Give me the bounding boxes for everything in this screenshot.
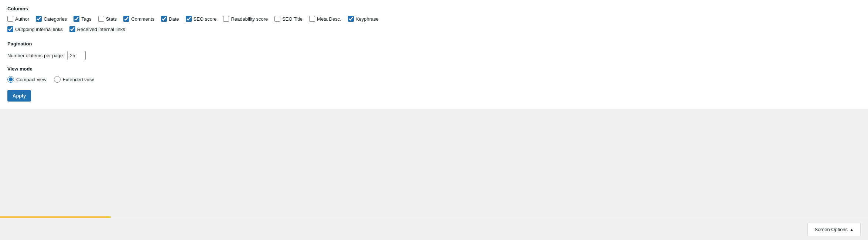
checkbox-stats[interactable]: Stats [98,16,117,22]
checkbox-keyphrase-label: Keyphrase [356,16,379,22]
checkbox-comments-label: Comments [131,16,154,22]
checkbox-outgoing-internal-links[interactable]: Outgoing internal links [7,26,63,32]
checkbox-readability-score[interactable]: Readability score [223,16,268,22]
columns-row-2: Outgoing internal links Received interna… [7,26,861,35]
screen-options-tab[interactable]: Screen Options ▲ [807,223,861,236]
checkbox-keyphrase[interactable]: Keyphrase [348,16,379,22]
pagination-label: Pagination [7,41,861,47]
checkbox-date-label: Date [169,16,179,22]
columns-row-1: Author Categories Tags Stats Comments Da… [7,16,861,25]
checkbox-categories[interactable]: Categories [36,16,67,22]
screen-options-arrow: ▲ [850,227,854,232]
screen-options-panel: Columns Author Categories Tags Stats Co [0,0,868,109]
checkbox-seo-title-label: SEO Title [282,16,303,22]
checkbox-received-internal-links[interactable]: Received internal links [69,26,125,32]
checkbox-outgoing-label: Outgoing internal links [15,27,63,32]
checkbox-meta-desc-label: Meta Desc. [317,16,341,22]
checkbox-tags-label: Tags [81,16,91,22]
pagination-row: Number of items per page: [7,51,861,60]
checkbox-author[interactable]: Author [7,16,29,22]
screen-options-label: Screen Options [814,227,848,232]
checkbox-categories-label: Categories [44,16,67,22]
items-per-page-input[interactable] [67,51,86,60]
checkbox-received-label: Received internal links [77,27,125,32]
radio-extended-label: Extended view [63,77,94,82]
radio-extended-view[interactable]: Extended view [54,76,94,83]
checkbox-seo-score-label: SEO score [194,16,217,22]
view-mode-label: View mode [7,66,861,72]
checkbox-seo-title[interactable]: SEO Title [274,16,303,22]
checkbox-date[interactable]: Date [161,16,179,22]
checkbox-tags[interactable]: Tags [74,16,91,22]
checkbox-comments[interactable]: Comments [123,16,154,22]
checkbox-meta-desc[interactable]: Meta Desc. [309,16,341,22]
columns-section: Columns Author Categories Tags Stats Co [7,6,861,35]
radio-compact-label: Compact view [16,77,47,82]
checkbox-author-label: Author [15,16,29,22]
checkbox-stats-label: Stats [106,16,117,22]
columns-label: Columns [7,6,861,11]
checkbox-seo-score[interactable]: SEO score [186,16,217,22]
apply-button[interactable]: Apply [7,90,31,102]
view-mode-section: View mode Compact view Extended view [7,66,861,83]
bottom-bar: Screen Options ▲ [0,218,868,240]
yellow-bottom-bar [0,216,111,218]
checkbox-readability-score-label: Readability score [231,16,268,22]
items-per-page-label: Number of items per page: [7,53,64,58]
radio-row: Compact view Extended view [7,76,861,83]
pagination-section: Pagination Number of items per page: [7,41,861,60]
radio-compact-view[interactable]: Compact view [7,76,47,83]
